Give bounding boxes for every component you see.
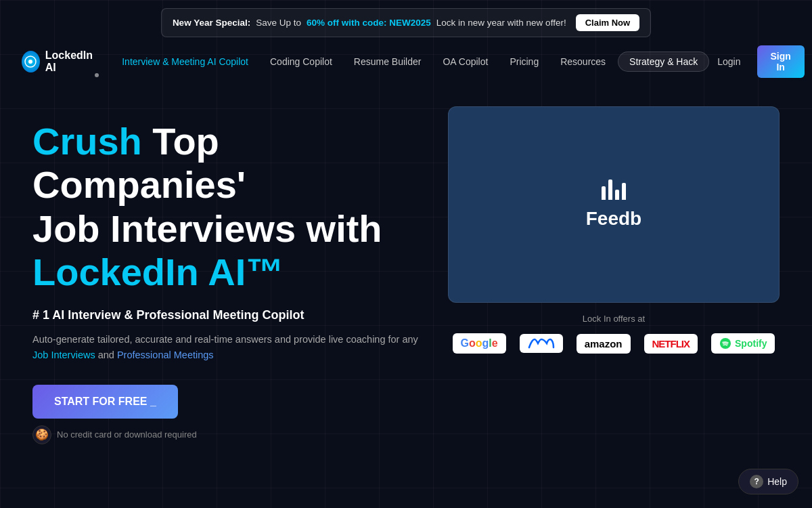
logo[interactable]: LockedIn AI	[22, 49, 96, 74]
video-container: Feedb	[448, 106, 780, 303]
nav-links: Interview & Meeting AI Copilot Coding Co…	[112, 51, 709, 72]
claim-now-button[interactable]: Claim Now	[576, 14, 639, 31]
help-icon: ?	[750, 475, 763, 488]
no-credit-card: 🍪 No credit card or download required	[32, 425, 197, 444]
amazon-logo: amazon	[577, 334, 631, 354]
navbar: LockedIn AI Interview & Meeting AI Copil…	[0, 37, 812, 86]
cookie-icon: 🍪	[32, 425, 51, 444]
feed-text: Feedb	[586, 208, 641, 230]
hero-description: Auto-generate tailored, accurate and rea…	[32, 332, 421, 363]
netflix-logo: NETFLIX	[644, 334, 698, 354]
nav-pricing[interactable]: Pricing	[500, 51, 548, 72]
left-section: Crush Top Companies'Job Interviews withL…	[32, 106, 421, 444]
nav-resume[interactable]: Resume Builder	[344, 51, 431, 72]
nav-interview[interactable]: Interview & Meeting AI Copilot	[112, 51, 258, 72]
help-label: Help	[767, 476, 787, 487]
meta-logo	[520, 334, 563, 353]
svg-point-1	[28, 60, 32, 64]
hero-title-brand: LockedIn AI™	[32, 251, 284, 293]
logos-row: Google amazon NETFLIX	[448, 333, 780, 354]
nav-right: Login Sign In	[709, 45, 805, 78]
logos-section: Lock In offers at Google amazon NETFL	[448, 314, 780, 354]
announcement-prefix: New Year Special:	[173, 18, 250, 28]
video-placeholder: Feedb	[586, 179, 641, 230]
announcement-save: Save Up to	[256, 18, 301, 28]
nav-oa[interactable]: OA Copilot	[433, 51, 497, 72]
bar-4	[622, 183, 626, 200]
hero-link-meetings[interactable]: Professional Meetings	[117, 350, 214, 360]
spotify-logo: Spotify	[711, 333, 775, 354]
bar-2	[608, 179, 612, 200]
logo-icon	[22, 51, 40, 72]
bar-3	[615, 190, 619, 200]
announcement-bar: New Year Special: Save Up to 60% off wit…	[161, 8, 651, 37]
bar-chart-icon	[602, 179, 626, 200]
logos-label: Lock In offers at	[448, 314, 780, 324]
main-content: Crush Top Companies'Job Interviews withL…	[0, 86, 812, 444]
hero-subtitle: # 1 AI Interview & Professional Meeting …	[32, 308, 421, 322]
cta-area: START FOR FREE _ 🍪 No credit card or dow…	[32, 385, 421, 444]
bar-1	[602, 186, 606, 200]
login-button[interactable]: Login	[709, 51, 748, 72]
right-section: Feedb Lock In offers at Google amazon	[448, 106, 780, 354]
announcement-lock: Lock in new year with new offer!	[436, 18, 566, 28]
google-logo: Google	[453, 333, 506, 354]
nav-coding[interactable]: Coding Copilot	[261, 51, 342, 72]
announcement-highlight: 60% off with code: NEW2025	[307, 18, 431, 28]
logo-text: LockedIn AI	[45, 49, 96, 74]
spotify-text: Spotify	[735, 338, 767, 349]
hero-title-crush: Crush	[32, 120, 142, 163]
nav-strategy[interactable]: Strategy & Hack	[618, 51, 709, 72]
hero-title: Crush Top Companies'Job Interviews withL…	[32, 120, 421, 295]
signup-button[interactable]: Sign In	[757, 45, 805, 78]
hero-link-interviews[interactable]: Job Interviews	[32, 350, 95, 360]
no-cc-text: No credit card or download required	[57, 429, 197, 440]
help-button[interactable]: ? Help	[738, 469, 798, 494]
start-free-button[interactable]: START FOR FREE _	[32, 385, 178, 419]
nav-resources[interactable]: Resources	[551, 51, 615, 72]
netflix-text: NETFLIX	[652, 338, 690, 350]
